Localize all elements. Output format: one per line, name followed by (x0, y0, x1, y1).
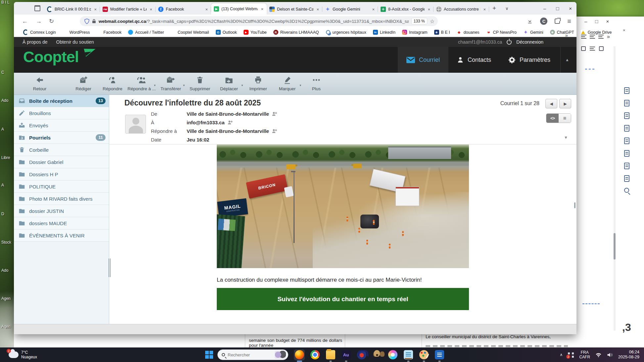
search-highlight-image[interactable] (275, 351, 286, 359)
toolbar-button[interactable]: Répondre (98, 75, 127, 91)
scrollbar-thumb[interactable] (574, 202, 575, 208)
taskbar-app-icon[interactable] (403, 349, 414, 360)
folder-item[interactable]: Dossier Gabriel (14, 156, 109, 168)
taskbar-app-icon[interactable] (372, 349, 383, 360)
page-icon[interactable] (624, 138, 629, 144)
bookmarks-overflow-button[interactable]: » (565, 32, 568, 38)
folder-item[interactable]: Brouillons (14, 107, 109, 119)
taskbar-app-icon[interactable] (309, 349, 320, 360)
nav-item-contacts[interactable]: Contacts (448, 47, 500, 73)
about-link[interactable]: À propos de (23, 39, 48, 45)
taskbar-app-icon[interactable] (294, 349, 305, 360)
html-view-button[interactable]: <> (546, 114, 559, 123)
desktop-icon-label[interactable]: Ado (1, 98, 14, 103)
desktop-icon-label[interactable]: Agen (1, 324, 14, 329)
window-control-button[interactable]: × (606, 19, 609, 24)
wifi-icon[interactable] (595, 352, 602, 357)
toolbar-button[interactable]: Imprimer (244, 75, 273, 91)
language-indicator[interactable]: FRA CAFR (579, 350, 590, 359)
sidebar-splitter[interactable] (108, 95, 110, 324)
folder-item[interactable]: Pourriels 11 (14, 132, 109, 144)
menu-icon[interactable]: ≡ (567, 18, 571, 25)
align-center-icon[interactable] (590, 35, 595, 39)
edit-icon[interactable] (624, 100, 629, 106)
window-control-button[interactable]: □ (595, 19, 598, 24)
clock[interactable]: 06:24 2025-08-29 (618, 350, 639, 360)
scrollbar-track[interactable] (614, 46, 616, 331)
taskbar-app-icon[interactable] (418, 349, 429, 360)
align-right-icon[interactable] (598, 35, 604, 39)
bookmark-item[interactable]: douanes (457, 30, 480, 35)
toolbar-button[interactable]: ▾ Marquer (273, 75, 302, 91)
desktop-icon-label[interactable]: Ado (1, 268, 14, 273)
align-left-icon[interactable] (581, 35, 586, 39)
new-tab-button[interactable]: + (492, 5, 496, 12)
nav-item-courriel[interactable]: Courriel (398, 47, 448, 73)
search-icon[interactable] (624, 188, 629, 193)
browser-tab[interactable]: BRIC-Link II 00:01:c0:2 × (44, 4, 100, 15)
browser-tab[interactable]: Accusations contre Lé × (434, 4, 489, 15)
browser-tab[interactable]: Google Gemini × (322, 4, 378, 15)
folder-item[interactable]: Dossiers H P (14, 168, 109, 181)
desktop-icon-label[interactable]: Libre (1, 155, 14, 160)
taskbar-app-icon[interactable]: Au (341, 349, 351, 360)
volume-icon[interactable] (607, 352, 613, 357)
desktop-icon-label[interactable]: A (1, 127, 14, 132)
toolbar-button[interactable]: Rédiger (69, 75, 98, 91)
background-app-window[interactable]: –□× × » ,3 (576, 17, 644, 347)
desktop-icon-label[interactable]: Agen (1, 296, 14, 301)
close-button[interactable]: × (569, 6, 572, 11)
next-message-button[interactable]: ▶ (559, 99, 571, 108)
desktop-icon-label[interactable]: Stock (1, 240, 14, 245)
browser-tab[interactable]: 8-Août.xlsx - Google × (378, 4, 434, 15)
weather-widget[interactable]: 2 7°C Nuageux (9, 350, 37, 359)
reload-icon[interactable]: ↻ (49, 18, 54, 25)
folder-item[interactable]: Boîte de réception 13 (14, 95, 109, 107)
bookmark-item[interactable]: ChatGPT (550, 30, 574, 35)
support-link[interactable]: Obtenir du soutien (56, 39, 94, 45)
field-value[interactable]: Jeu 16:02 (187, 137, 209, 142)
previous-message-button[interactable]: ◀ (545, 99, 557, 108)
dropdown-caret-icon[interactable]: ▾ (183, 84, 185, 87)
browser-tab[interactable]: Delson et Sainte-Cath × (267, 4, 322, 15)
bookmark-item[interactable]: urgences hôpitaux (326, 30, 366, 35)
notes-icon[interactable] (624, 150, 629, 157)
share-icon[interactable] (555, 19, 560, 24)
back-icon[interactable]: ← (22, 18, 28, 25)
tab-close-button[interactable]: × (427, 7, 431, 12)
scrollbar-thumb[interactable] (614, 233, 616, 260)
browser-tab[interactable]: Facebook × (156, 4, 211, 15)
tray-app-icon[interactable]: 2 (568, 352, 574, 358)
bookmark-item[interactable]: B E I (434, 30, 450, 35)
toolbar-button[interactable]: Plus (302, 75, 331, 91)
bookmark-item[interactable]: Outlook (216, 30, 237, 35)
field-value[interactable]: info@fm1033.ca (187, 120, 225, 125)
bookmark-item[interactable]: Instagram (402, 30, 428, 35)
bookmark-item[interactable]: Gemini (523, 30, 543, 35)
browser-tab[interactable]: Modifier l'article « Le × (100, 4, 156, 15)
pen-icon[interactable] (624, 163, 629, 169)
taskbar-app-icon[interactable] (356, 349, 367, 360)
zoom-level-badge[interactable]: 133 % (411, 18, 427, 24)
url-text[interactable]: webmail.cooptel.qc.ca/?_task=mail&_caps=… (99, 19, 409, 24)
indent-icon[interactable] (590, 47, 595, 51)
add-contact-icon[interactable] (227, 120, 233, 125)
taskbar-search[interactable] (217, 349, 288, 360)
refresh-icon[interactable] (624, 125, 629, 132)
minimize-button[interactable]: – (543, 6, 546, 11)
folder-item[interactable]: dossiers MAUDE (14, 217, 109, 229)
firefox-view-icon[interactable] (33, 5, 42, 12)
tab-close-button[interactable]: × (93, 7, 97, 12)
folder-item[interactable]: Photo M RIVARD faits divers (14, 193, 109, 205)
clipboard-icon[interactable] (624, 87, 629, 94)
download-icon[interactable] (527, 18, 533, 24)
logout-link[interactable]: Déconnexion (516, 39, 543, 45)
url-bar[interactable]: webmail.cooptel.qc.ca/?_task=mail&_caps=… (80, 16, 438, 26)
tab-close-button[interactable]: × (483, 7, 486, 12)
add-contact-icon[interactable] (272, 111, 277, 117)
collapse-caret-icon[interactable]: ▲ (560, 47, 569, 73)
bookmark-item[interactable]: CP NewsPro (486, 30, 517, 35)
table-icon[interactable] (599, 46, 604, 51)
lock-icon[interactable] (92, 19, 96, 23)
desktop-icon-label[interactable]: D (1, 212, 14, 216)
